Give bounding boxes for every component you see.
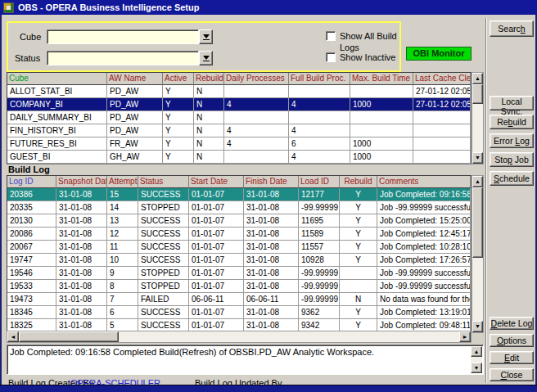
- table-cell: Y: [163, 124, 194, 137]
- column-header: Max. Build Time: [350, 73, 413, 85]
- column-header: Attempt: [107, 176, 138, 188]
- status-combo-input[interactable]: [47, 51, 199, 65]
- table-cell: Job Completed: 17:26:57 C: [377, 254, 471, 267]
- table-cell: Y: [163, 85, 194, 98]
- table-row[interactable]: 2038631-01-0815SUCCESS01-01-0731-01-0812…: [7, 188, 471, 201]
- table-cell: 9362: [299, 306, 340, 319]
- close-button[interactable]: Close: [490, 368, 534, 381]
- scroll-right-button[interactable]: ►: [459, 331, 471, 342]
- message-vscrollbar[interactable]: ▲ ▼: [471, 346, 482, 373]
- table-cell: 31-01-08: [244, 267, 299, 280]
- table-cell: 01-01-07: [189, 306, 244, 319]
- table-cell: [413, 151, 471, 164]
- table-row[interactable]: 2013031-01-0813SUCCESS01-01-0731-01-0811…: [7, 214, 471, 228]
- table-row[interactable]: 2008631-01-0812SUCCESS01-01-0731-01-0811…: [7, 228, 471, 241]
- message-box[interactable]: Job Completed: 09:16:58 Completed Build(…: [7, 345, 484, 375]
- table-row[interactable]: 2006731-01-0811SUCCESS01-01-0731-01-0811…: [7, 241, 471, 254]
- show-all-build-logs-checkbox[interactable]: [326, 31, 336, 41]
- status-dropdown-button[interactable]: [199, 51, 213, 65]
- rebuild-button[interactable]: Rebuild: [490, 115, 534, 129]
- dropdown-arrow-icon: [203, 34, 210, 38]
- table-row[interactable]: 1947331-01-087FAILED06-06-1106-06-11-99.…: [7, 293, 471, 306]
- schedule-button[interactable]: Schedule: [490, 171, 534, 186]
- table-cell: -99.99999: [299, 280, 340, 293]
- scroll-thumb[interactable]: [472, 84, 483, 104]
- table-cell: -99.99999: [299, 267, 340, 280]
- stop-job-button[interactable]: Stop Job: [490, 152, 534, 167]
- table-cell: SUCCESS: [138, 254, 189, 267]
- cube-dropdown-button[interactable]: [199, 29, 213, 44]
- table-row[interactable]: COMPANY_BIPD_AWYN44100027-01-12 02:05 PM: [7, 98, 471, 111]
- table-cell: Job Completed: 10:28:10 C: [377, 241, 471, 254]
- table-row[interactable]: 1954631-01-089STOPPED01-01-0731-01-08-99…: [7, 267, 471, 280]
- show-inactive-checkbox[interactable]: [326, 52, 336, 62]
- local-sync-button[interactable]: Local Sync.: [490, 96, 534, 110]
- table-row[interactable]: FIN_HISTORY_BIPD_AWYN44: [7, 124, 471, 137]
- scroll-down-button[interactable]: ▼: [471, 363, 482, 373]
- table-cell: 31-01-08: [244, 228, 299, 241]
- table-row[interactable]: ALLOT_STAT_BIPD_AWYN27-01-12 02:05 PM: [7, 85, 471, 98]
- table-row[interactable]: 1953331-01-088STOPPED01-01-0731-01-08-99…: [7, 280, 471, 293]
- build-log-table: Log IDSnapshot DateAttemptStatusStart Da…: [7, 175, 472, 333]
- table-cell: Y: [340, 228, 377, 241]
- table-cell: [224, 85, 289, 98]
- up-arrow-icon: ▲: [475, 178, 481, 184]
- table-cell: 31-01-08: [56, 214, 107, 228]
- column-header: Last Cache Clear: [413, 73, 471, 85]
- column-header: Snapshot Date: [56, 176, 107, 188]
- table-cell: 31-01-08: [56, 201, 107, 214]
- table-cell: 01-01-07: [189, 228, 244, 241]
- scroll-down-button[interactable]: ▼: [472, 152, 483, 164]
- table-row[interactable]: 2033531-01-0814STOPPED01-01-0731-01-08-9…: [7, 201, 471, 214]
- table-cell: 01-01-07: [189, 214, 244, 228]
- table-cell: STOPPED: [138, 201, 189, 214]
- table-cell: [289, 85, 350, 98]
- delete-log-button[interactable]: Delete Log: [490, 317, 534, 330]
- scroll-thumb[interactable]: [19, 331, 119, 342]
- table-header-row: Log IDSnapshot DateAttemptStatusStart Da…: [7, 176, 471, 188]
- cube-combo-input[interactable]: [47, 29, 199, 44]
- table-cell: 31-01-08: [244, 241, 299, 254]
- table-cell: 1000: [350, 151, 413, 164]
- table-cell: 01-01-07: [189, 254, 244, 267]
- column-header: Daily Processes: [224, 73, 289, 85]
- table-cell: 20335: [7, 201, 56, 214]
- table-cell: 4: [289, 151, 350, 164]
- table-cell: 12: [107, 228, 138, 241]
- up-arrow-icon: ▲: [475, 75, 481, 81]
- table-row[interactable]: DAILY_SUMMARY_BIPD_AWYN: [7, 111, 471, 124]
- table-cell: No data was found for the s: [377, 293, 471, 306]
- edit-button[interactable]: Edit: [490, 351, 534, 364]
- column-header: Start Date: [189, 176, 244, 188]
- scroll-left-button[interactable]: ◄: [7, 331, 19, 342]
- table-cell: [350, 111, 413, 124]
- error-log-button[interactable]: Error Log: [490, 133, 534, 148]
- build-log-vscrollbar[interactable]: ▲ ▼: [472, 175, 484, 333]
- message-text: Job Completed: 09:16:58 Completed Build(…: [10, 347, 468, 357]
- table-row[interactable]: GUEST_BIGH_AWYN41000: [7, 151, 471, 164]
- table-row[interactable]: 1974731-01-0810SUCCESS01-01-0731-01-0810…: [7, 254, 471, 267]
- options-button[interactable]: Options: [490, 334, 534, 347]
- cube-table: CubeAW NameActiveRebuildDaily ProcessesF…: [7, 72, 472, 164]
- scroll-up-button[interactable]: ▲: [471, 346, 482, 357]
- scroll-up-button[interactable]: ▲: [472, 176, 483, 187]
- cube-table-vscrollbar[interactable]: ▲ ▼: [472, 72, 484, 164]
- obi-monitor-button[interactable]: OBI Monitor: [406, 47, 472, 61]
- table-row[interactable]: FUTURE_RES_BIFR_AWYN461000: [7, 137, 471, 151]
- table-cell: 31-01-08: [56, 254, 107, 267]
- table-row[interactable]: 1834531-01-086SUCCESS01-01-0731-01-08936…: [7, 306, 471, 319]
- search-button[interactable]: Search: [490, 20, 534, 37]
- build-log-hscrollbar[interactable]: ◄ ►: [7, 331, 472, 343]
- table-cell: SUCCESS: [138, 214, 189, 228]
- table-cell: Y: [340, 214, 377, 228]
- down-arrow-icon: ▼: [474, 365, 480, 371]
- scroll-thumb[interactable]: [472, 187, 483, 258]
- table-cell: [413, 137, 471, 151]
- table-cell: Y: [163, 111, 194, 124]
- build-log-title: Build Log: [8, 164, 50, 174]
- table-cell: 15: [107, 188, 138, 201]
- scroll-up-button[interactable]: ▲: [472, 73, 483, 84]
- scroll-down-button[interactable]: ▼: [472, 321, 483, 332]
- table-cell: FAILED: [138, 293, 189, 306]
- table-cell: FIN_HISTORY_BI: [7, 124, 107, 137]
